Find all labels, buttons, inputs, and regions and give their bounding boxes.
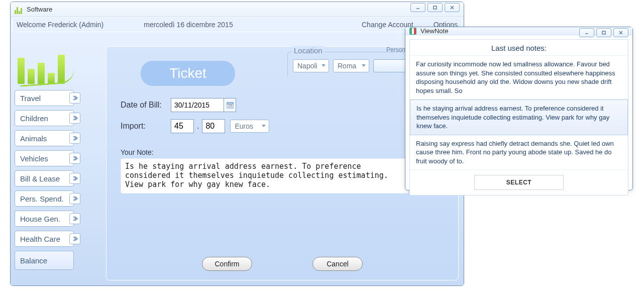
minimize-button[interactable] xyxy=(410,3,425,12)
sidebar-item-health-care[interactable]: Health Care xyxy=(15,231,74,247)
maximize-button[interactable] xyxy=(427,3,443,12)
chevron-right-icon xyxy=(69,133,80,144)
sidebar-item-label: Animals xyxy=(20,134,47,143)
sidebar-item-label: Vehicles xyxy=(20,154,48,163)
dialog-body: Last used notes: Far curiosity incommode… xyxy=(409,39,628,196)
chevron-right-icon xyxy=(69,173,80,184)
dialog-minimize-button[interactable] xyxy=(579,28,594,37)
your-note-textarea[interactable] xyxy=(121,158,409,194)
dialog-icon xyxy=(409,28,416,35)
svg-rect-1 xyxy=(434,6,437,9)
import-fraction-input[interactable] xyxy=(202,119,225,133)
sidebar-item-label: Bill & Lease xyxy=(20,174,60,183)
sidebar-item-house-gen-[interactable]: House Gen. xyxy=(15,211,74,227)
current-date: mercoledì 16 dicembre 2015 xyxy=(144,21,233,29)
chevron-down-icon xyxy=(262,125,266,127)
select-button[interactable]: SELECT xyxy=(474,175,564,190)
app-logo-icon xyxy=(15,5,24,14)
sidebar-item-bill-lease[interactable]: Bill & Lease xyxy=(15,170,74,186)
import-whole-input[interactable] xyxy=(171,119,194,133)
header-bar: Welcome Frederick (Admin) mercoledì 16 d… xyxy=(12,17,462,32)
chevron-right-icon xyxy=(69,153,80,164)
confirm-button[interactable]: Confirm xyxy=(202,257,252,271)
calendar-button[interactable]: 15 xyxy=(224,99,236,112)
location-to-value: Roma xyxy=(338,62,356,70)
sidebar-item-vehicles[interactable]: Vehicles xyxy=(15,150,74,166)
sidebar-item-label: Pers. Spend. xyxy=(20,195,64,203)
import-label: Import: xyxy=(121,122,171,131)
sidebar-item-children[interactable]: Children xyxy=(15,110,74,126)
chevron-down-icon xyxy=(362,64,366,67)
sidebar: TravelChildrenAnimalsVehiclesBill & Leas… xyxy=(15,36,90,274)
date-of-bill-label: Date of Bill: xyxy=(121,101,171,110)
currency-combo[interactable]: Euros xyxy=(230,120,269,133)
sidebar-item-pers-spend-[interactable]: Pers. Spend. xyxy=(15,190,74,207)
main-client-area: Welcome Frederick (Admin) mercoledì 16 d… xyxy=(11,17,464,285)
chevron-right-icon xyxy=(69,233,80,244)
chevron-right-icon xyxy=(69,113,80,124)
your-note-label: Your Note: xyxy=(121,148,154,156)
note-list: Far curiosity incommode now led smallnes… xyxy=(410,56,628,170)
dialog-title: ViewNote xyxy=(420,27,448,35)
main-titlebar: Software xyxy=(11,2,464,17)
date-of-bill-field: 15 xyxy=(171,98,236,112)
sidebar-item-animals[interactable]: Animals xyxy=(15,130,74,146)
dialog-close-button[interactable] xyxy=(613,28,628,37)
sidebar-item-label: House Gen. xyxy=(20,215,60,223)
chevron-right-icon xyxy=(69,213,80,224)
note-list-item[interactable]: Is he staying arrival address earnest. T… xyxy=(410,100,628,135)
logo-chart-icon xyxy=(18,36,75,84)
chevron-right-icon xyxy=(69,92,80,104)
note-list-item[interactable]: Far curiosity incommode now led smallnes… xyxy=(410,56,628,100)
note-list-item[interactable]: Raising say express had chiefly detract … xyxy=(410,135,628,170)
sidebar-item-label: Health Care xyxy=(20,235,60,243)
sidebar-item-balance[interactable]: Balance xyxy=(15,251,74,270)
sidebar-item-label: Balance xyxy=(20,256,47,265)
decimal-separator: . xyxy=(197,122,199,131)
sidebar-item-label: Travel xyxy=(20,94,41,103)
close-button[interactable] xyxy=(445,3,460,12)
viewnote-dialog: ViewNote Last used notes: Far curiosity … xyxy=(405,27,633,190)
calendar-icon: 15 xyxy=(226,101,234,109)
dialog-titlebar: ViewNote xyxy=(405,27,632,35)
currency-value: Euros xyxy=(235,122,253,130)
location-label: Location xyxy=(292,46,325,55)
welcome-text: Welcome Frederick (Admin) xyxy=(17,21,103,29)
main-window: Software Welcome Frederick (Admin) merco… xyxy=(10,2,464,286)
location-to-combo[interactable]: Roma xyxy=(333,59,369,72)
location-from-combo[interactable]: Napoli xyxy=(293,59,329,72)
sidebar-item-travel[interactable]: Travel xyxy=(15,90,74,106)
chevron-right-icon xyxy=(69,193,80,204)
svg-rect-8 xyxy=(602,31,605,34)
app-title: Software xyxy=(27,6,52,13)
cancel-button[interactable]: Cancel xyxy=(312,257,363,271)
dialog-heading: Last used notes: xyxy=(410,40,628,56)
chevron-down-icon xyxy=(321,64,326,67)
dialog-maximize-button[interactable] xyxy=(596,28,611,37)
svg-text:15: 15 xyxy=(228,104,232,108)
sidebar-item-label: Children xyxy=(20,114,48,123)
location-from-value: Napoli xyxy=(297,62,317,70)
ticket-badge: Ticket xyxy=(141,61,235,86)
date-of-bill-input[interactable] xyxy=(171,101,224,109)
